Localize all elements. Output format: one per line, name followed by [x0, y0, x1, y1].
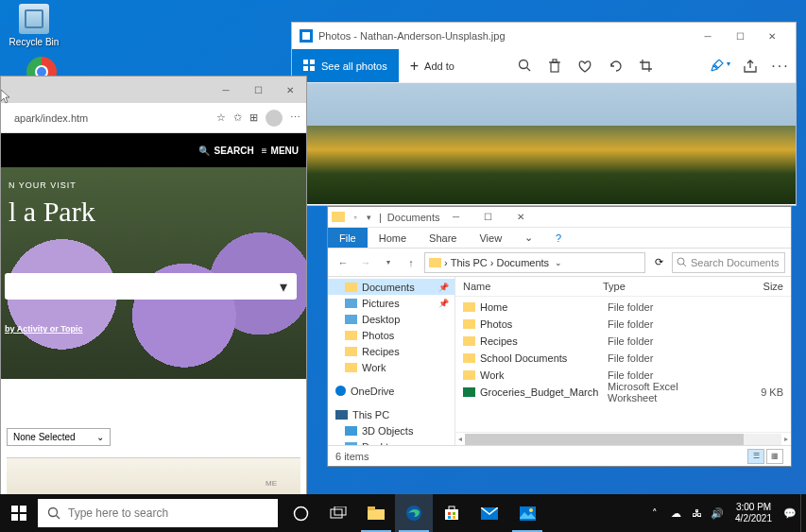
icons-view-button[interactable]: ▦	[766, 449, 783, 464]
ribbon-expand-button[interactable]: ⌄	[513, 232, 544, 244]
minimize-button[interactable]: ─	[440, 207, 472, 228]
maximize-button[interactable]: ☐	[472, 207, 505, 228]
volume-tray-icon[interactable]: 🔊	[707, 507, 728, 520]
menu-nav-button[interactable]: ≡MENU	[262, 146, 299, 156]
zoom-button[interactable]	[509, 59, 540, 73]
store-taskbar-button[interactable]	[433, 494, 471, 532]
photos-titlebar[interactable]: Photos - Nathan-Anderson-Unsplash.jpg ─ …	[292, 23, 796, 49]
tray-overflow-button[interactable]: ˄	[644, 507, 665, 520]
close-button[interactable]: ✕	[274, 79, 306, 100]
sidebar-item-recipes[interactable]: Recipes	[328, 343, 454, 359]
refresh-button[interactable]: ⟳	[649, 256, 668, 268]
sidebar-item-desktop[interactable]: Desktop	[328, 311, 454, 327]
history-dropdown[interactable]: ▾	[379, 258, 398, 266]
view-tab[interactable]: View	[468, 232, 513, 244]
header-type[interactable]: Type	[603, 281, 716, 292]
system-tray: ˄ ☁ 🖧 🔊 3:00 PM 4/2/2021 💬	[644, 494, 806, 532]
maximize-button[interactable]: ☐	[242, 79, 274, 100]
url-text[interactable]: apark/index.htm	[7, 112, 209, 124]
scroll-left-button[interactable]: ◂	[455, 435, 465, 443]
header-name[interactable]: Name	[463, 281, 603, 292]
file-row[interactable]: RecipesFile folder	[455, 333, 791, 350]
scroll-right-button[interactable]: ▸	[781, 435, 791, 443]
up-button[interactable]: ↑	[402, 257, 420, 268]
breadcrumb-thispc[interactable]: This PC	[451, 257, 488, 268]
profile-icon[interactable]	[266, 110, 283, 127]
maximize-button[interactable]: ☐	[724, 26, 756, 46]
add-favorite-icon[interactable]: ✩	[233, 112, 242, 124]
hero-link[interactable]: by Activity or Topic	[5, 324, 83, 334]
svg-rect-14	[20, 506, 26, 512]
edit-button[interactable]: ▾	[705, 60, 735, 73]
taskbar-clock[interactable]: 3:00 PM 4/2/2021	[728, 502, 780, 524]
delete-button[interactable]	[540, 59, 570, 73]
minimize-button[interactable]: ─	[210, 79, 242, 100]
header-size[interactable]: Size	[716, 281, 783, 292]
explorer-taskbar-button[interactable]	[357, 494, 395, 532]
file-row[interactable]: School DocumentsFile folder	[455, 350, 791, 367]
minimize-button[interactable]: ─	[692, 26, 724, 46]
add-to-button[interactable]: + Add to	[399, 58, 466, 75]
network-tray-icon[interactable]: 🖧	[686, 507, 707, 519]
svg-point-33	[529, 508, 533, 512]
more-button[interactable]: ···	[765, 58, 796, 75]
favorite-icon[interactable]: ☆	[216, 112, 226, 124]
more-icon[interactable]: ⋯	[290, 112, 300, 124]
qat-dropdown[interactable]: ▾	[362, 213, 375, 222]
filter-select[interactable]: None Selected⌄	[7, 428, 111, 446]
file-row[interactable]: HomeFile folder	[455, 299, 791, 316]
file-list[interactable]: HomeFile folderPhotosFile folderRecipesF…	[455, 297, 791, 432]
edge-taskbar-button[interactable]	[395, 494, 433, 532]
sidebar-item-documents[interactable]: Documents📌	[328, 279, 454, 295]
collections-icon[interactable]: ⊞	[249, 112, 258, 124]
recycle-bin[interactable]: Recycle Bin	[6, 4, 62, 47]
file-tab[interactable]: File	[328, 228, 368, 248]
sidebar-item-onedrive[interactable]: OneDrive	[328, 383, 454, 399]
photo-viewport[interactable]	[292, 83, 796, 204]
taskbar: Type here to search ˄ ☁ 🖧 🔊 3:00 PM 4/2/…	[0, 494, 806, 532]
cortana-button[interactable]	[282, 494, 319, 532]
share-tab[interactable]: Share	[418, 232, 468, 244]
explorer-titlebar[interactable]: ▫ ▾ | Documents ─ ☐ ✕	[328, 207, 791, 228]
browser-titlebar[interactable]: ─ ☐ ✕	[1, 77, 306, 103]
onedrive-tray-icon[interactable]: ☁	[665, 507, 686, 520]
close-button[interactable]: ✕	[505, 207, 537, 228]
horizontal-scrollbar[interactable]: ◂ ▸	[455, 432, 791, 445]
chevron-down-icon[interactable]: ⌄	[555, 258, 562, 267]
hero-dropdown[interactable]: ▾	[5, 273, 297, 300]
close-button[interactable]: ✕	[756, 26, 788, 46]
file-row[interactable]: PhotosFile folder	[455, 316, 791, 333]
qat-button[interactable]: ▫	[349, 213, 362, 222]
breadcrumb-bar[interactable]: › This PC › Documents ⌄	[424, 252, 645, 273]
help-button[interactable]: ?	[544, 232, 573, 244]
see-all-photos-button[interactable]: See all photos	[292, 49, 399, 82]
start-button[interactable]	[0, 494, 38, 532]
back-button[interactable]: ←	[334, 257, 352, 268]
photos-taskbar-button[interactable]	[508, 494, 546, 532]
details-view-button[interactable]: ☰	[747, 449, 764, 464]
sidebar-item-desktop2[interactable]: Desktop	[328, 438, 454, 445]
task-view-button[interactable]	[319, 494, 357, 532]
share-button[interactable]	[735, 60, 765, 73]
file-row[interactable]: Groceries_Budget_MarchMicrosoft Excel Wo…	[455, 384, 791, 401]
taskbar-search[interactable]: Type here to search	[38, 499, 278, 527]
action-center-button[interactable]: 💬	[780, 507, 800, 520]
sidebar-item-pictures[interactable]: Pictures📌	[328, 295, 454, 311]
breadcrumb-documents[interactable]: Documents	[496, 257, 549, 268]
home-tab[interactable]: Home	[368, 232, 418, 244]
sidebar-item-photos[interactable]: Photos	[328, 327, 454, 343]
mail-taskbar-button[interactable]	[471, 494, 508, 532]
search-box[interactable]: Search Documents	[672, 252, 785, 273]
crop-button[interactable]	[630, 59, 660, 73]
show-desktop-button[interactable]	[800, 494, 806, 532]
folder-icon	[332, 212, 345, 222]
scroll-thumb[interactable]	[465, 434, 744, 445]
rotate-button[interactable]	[600, 59, 630, 73]
sidebar-item-work[interactable]: Work	[328, 359, 454, 375]
forward-button[interactable]: →	[356, 257, 375, 268]
sidebar-item-3dobjects[interactable]: 3D Objects	[328, 422, 454, 438]
sidebar-item-thispc[interactable]: This PC	[328, 406, 454, 422]
favorite-button[interactable]	[570, 60, 600, 73]
file-type: Microsoft Excel Worksheet	[608, 381, 721, 403]
search-nav-button[interactable]: 🔍SEARCH	[198, 146, 253, 156]
